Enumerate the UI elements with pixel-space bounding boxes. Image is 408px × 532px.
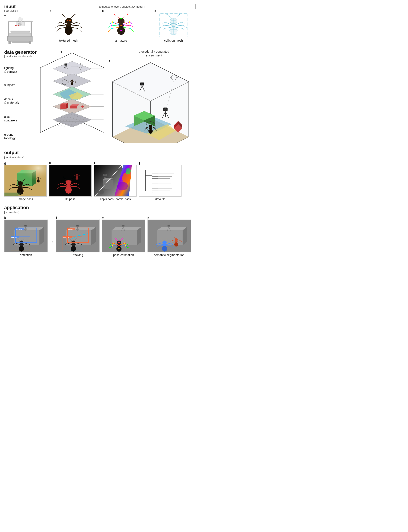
letter-a: a [4,14,6,17]
ant-textured-svg [51,13,87,38]
svg-rect-205 [4,165,47,196]
svg-point-372 [175,238,178,241]
svg-point-170 [164,108,166,110]
svg-point-72 [126,23,127,24]
letter-j: j [139,161,140,165]
letter-f: f [109,59,110,62]
layers-visual: e [38,50,106,146]
layer-subjects: subjects [4,83,38,87]
input-title: input [4,4,38,9]
svg-line-21 [70,14,75,18]
svg-rect-12 [8,41,11,44]
letter-k: k [4,216,6,220]
svg-line-100 [183,28,186,32]
svg-line-92 [160,25,164,28]
output-depth-normal: i [94,161,136,201]
svg-line-114 [83,64,83,64]
svg-point-342 [127,244,128,245]
svg-line-69 [115,22,118,24]
svg-point-50 [127,14,128,15]
letter-n: n [147,216,149,220]
attr-textured-mesh: b [48,9,90,42]
svg-point-157 [148,129,153,134]
svg-point-184 [141,83,143,85]
svg-line-87 [175,14,180,18]
attributes-block: [ attributes of every subject 3D model ]… [42,4,200,42]
svg-line-213 [60,186,67,186]
svg-line-64 [131,25,135,28]
id-pass-svg [49,165,92,196]
svg-text:ant 1/5: ant 1/5 [11,237,17,239]
svg-point-7 [19,23,21,25]
svg-point-62 [129,21,130,23]
attr-collision-mesh: d [152,9,195,42]
detection-label: detection [20,253,32,257]
svg-point-18 [18,18,22,20]
svg-point-307 [71,246,76,252]
svg-rect-2 [8,21,9,37]
segmentation-label: semantic segmentation [154,253,185,257]
output-image-pass: g [4,161,47,201]
app-segmentation: n [147,216,191,257]
app-items: k [4,216,200,257]
letter-l: l [56,216,57,220]
ant-armature-svg [103,13,139,38]
proc-env-label: procedurally generatedenvironment [108,50,200,57]
svg-line-85 [167,15,172,18]
svg-line-58 [108,28,112,32]
letter-d: d [154,9,156,13]
svg-point-351 [115,238,116,239]
svg-line-90 [162,22,165,24]
output-subtitle: [ synthetic data ] [4,156,24,159]
svg-point-349 [118,248,119,249]
data-gen-labels: data generator [ randomisable elements ]… [4,50,38,146]
svg-line-94 [161,28,164,32]
svg-point-225 [76,177,78,179]
armature-label: armature [115,39,127,42]
letter-g: g [4,161,6,165]
app-subtitle: [ examples ] [4,211,19,214]
input-block: input [ 3D Model ] a [4,4,38,45]
tracking-arrow: → [50,227,54,257]
textured-mesh-image [51,13,87,38]
layer-asset: assetscatterers [4,115,38,122]
svg-line-96 [182,22,185,24]
ant-wireframe-svg [155,13,191,38]
svg-line-55 [108,25,111,28]
svg-point-304 [77,225,78,226]
svg-rect-0 [8,36,33,41]
data-file-svg: ... [141,166,179,195]
svg-line-33 [77,22,80,24]
normal-pass-svg [114,165,132,196]
svg-line-49 [123,14,128,18]
output-data-file: j [139,161,181,201]
armature-image [103,13,139,38]
data-gen-title: data generator [4,50,38,55]
svg-point-347 [118,242,119,243]
svg-line-71 [124,22,127,24]
svg-rect-327 [122,225,125,227]
data-file-image: ... [139,165,181,196]
svg-point-22 [62,14,63,15]
letter-h: h [49,161,51,165]
page-container: input [ 3D Model ] a [0,0,204,259]
svg-point-241 [100,190,104,195]
output-header: output [ synthetic data ] [4,150,200,159]
svg-point-346 [127,247,128,248]
layer-decals: decals& materials [4,98,38,105]
detection-svg: ant 0.95 ant 1/5 [4,220,48,252]
svg-point-361 [162,246,167,252]
svg-line-217 [70,186,76,186]
svg-line-47 [115,15,119,18]
svg-point-348 [118,245,119,246]
svg-text:ant 0.95: ant 0.95 [16,228,22,230]
svg-rect-358 [168,225,170,227]
svg-rect-129 [60,105,66,109]
svg-line-29 [55,25,59,28]
attributes-items: b [42,9,200,42]
top-section: input [ 3D Model ] a [4,4,200,45]
app-detection: k [4,216,48,257]
svg-point-39 [69,20,71,21]
application-section: application [ examples ] k [4,205,200,257]
output-section: output [ synthetic data ] g [4,150,200,201]
